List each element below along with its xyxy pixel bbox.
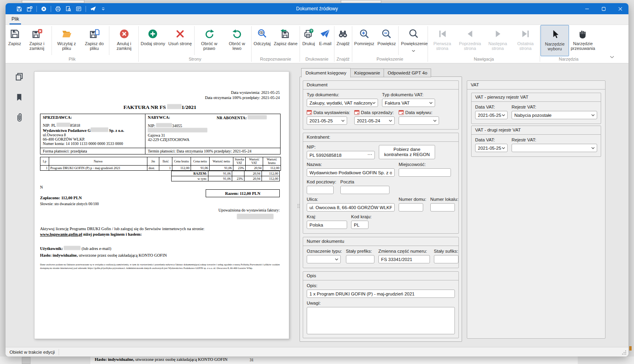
invoice-date-issued: Data wystawienia: 2021-05-25 bbox=[40, 90, 280, 95]
ocr-read-icon bbox=[257, 27, 267, 40]
ribbon-button-obroc-w-prawo[interactable]: Obróć w prawo bbox=[195, 25, 223, 56]
zmienna-czesc-input[interactable] bbox=[378, 255, 430, 263]
col-cena-brutto: Cena brutto bbox=[172, 157, 191, 166]
ulica-input[interactable] bbox=[307, 203, 395, 212]
ribbon-button-powieksz[interactable]: Powiększ bbox=[376, 25, 397, 56]
pages-icon[interactable] bbox=[14, 71, 24, 82]
data-wystawienia-select[interactable]: 2021-05-25 bbox=[307, 116, 347, 125]
tab-plik[interactable]: Plik bbox=[10, 15, 21, 25]
bookmark-icon[interactable] bbox=[14, 92, 24, 102]
print-icon[interactable] bbox=[55, 6, 61, 12]
ribbon-button-usun-strone[interactable]: Usuń stronę bbox=[167, 25, 193, 56]
ribbon-button-powiekszenie[interactable]: Powiększenie bbox=[399, 25, 427, 56]
tab-ksiegowanie[interactable]: Księgowanie bbox=[351, 69, 384, 77]
paperclip-icon[interactable] bbox=[14, 112, 24, 123]
data-sprzedazy-select[interactable]: 2021-05-24 bbox=[354, 116, 395, 125]
numer-domu-input[interactable] bbox=[399, 203, 423, 212]
nip-input[interactable] bbox=[307, 151, 375, 159]
ribbon-button-email[interactable]: E-mail bbox=[317, 25, 334, 56]
vat-first-rejestr-select[interactable]: Nabycia pozostałe bbox=[512, 111, 597, 119]
ulica-label: Ulica: bbox=[307, 197, 395, 202]
opis-input[interactable] bbox=[307, 290, 455, 298]
ribbon-button-zapisz-dane[interactable]: Zapisz dane bbox=[272, 25, 299, 56]
ribbon-button-zapisz-do-pliku[interactable]: Zapisz do pliku bbox=[80, 25, 108, 56]
save-close-icon[interactable] bbox=[26, 6, 33, 12]
ribbon-button-pierwsza-strona[interactable]: Pierwsza strona bbox=[428, 25, 456, 56]
regon-fetch-button[interactable]: Pobierz dane kontrahenta z REGON bbox=[379, 145, 435, 159]
col-wartosc-netto: Wartość netto bbox=[210, 157, 233, 166]
poczta-input[interactable] bbox=[340, 186, 390, 194]
invoice-dates: Data wystawienia: 2021-05-25 Data otrzym… bbox=[40, 90, 280, 100]
ribbon-group-plik: Zapisz Zapisz i zamknij Wczytaj z pliku … bbox=[6, 25, 138, 63]
send-email-icon[interactable] bbox=[90, 6, 96, 12]
ribbon-button-label: Narzędzie przesuwania bbox=[571, 41, 595, 51]
cell-jm: dost. bbox=[147, 166, 159, 171]
ribbon-button-nastepna-strona[interactable]: Następna strona bbox=[484, 25, 512, 56]
ribbon-button-odczytaj[interactable]: Odczytaj bbox=[252, 25, 272, 56]
ribbon-button-anuluj-i-zamknij[interactable]: Anuluj i zamknij bbox=[110, 25, 138, 56]
totals-razem-row: RAZEM: 91,06 20,94 112,00 bbox=[40, 171, 280, 176]
redaction-box bbox=[248, 115, 267, 119]
activation-url: www.logowanie.gofin.pl bbox=[40, 232, 82, 236]
cancel-icon[interactable] bbox=[40, 6, 47, 12]
close-button[interactable] bbox=[612, 3, 628, 14]
invoice-parties-table: SPRZEDAWCA: NIP: PL 85818 Wydawnictwo Po… bbox=[40, 114, 281, 154]
wtym-stawka: 23% bbox=[232, 176, 244, 181]
ribbon-button-label: Pierwsza strona bbox=[430, 41, 454, 51]
activation-line2: www.logowanie.gofin.pl niżej podanym log… bbox=[40, 232, 280, 237]
maximize-button[interactable] bbox=[595, 3, 612, 14]
background-window-bottom: Hasło: indywidualne, utworzone przez oso… bbox=[0, 356, 634, 364]
first-page-icon bbox=[437, 27, 448, 40]
customize-toolbar-chevron-icon[interactable] bbox=[100, 6, 107, 12]
kod-kraju-input[interactable] bbox=[351, 221, 369, 229]
ribbon-button-dodaj-strony[interactable]: Dodaj strony bbox=[139, 25, 167, 56]
numer-lokalu-input[interactable] bbox=[430, 203, 455, 212]
tab-odpowiedz-gpt[interactable]: Odpowiedź GPT 4o bbox=[384, 69, 431, 77]
pdf-export-icon[interactable] bbox=[75, 6, 82, 12]
ribbon-group-separator bbox=[540, 26, 540, 62]
kod-pocztowy-input[interactable] bbox=[307, 186, 334, 194]
nip-more-button[interactable]: ⋯ bbox=[367, 152, 372, 157]
document-page[interactable]: Data wystawienia: 2021-05-25 Data otrzym… bbox=[34, 71, 289, 339]
data-wplywu-select[interactable] bbox=[399, 116, 439, 125]
ribbon-button-ostatnia-strona[interactable]: Ostatnia strona bbox=[512, 25, 539, 56]
ribbon-button-zapisz[interactable]: Zapisz bbox=[6, 25, 23, 56]
kraj-input[interactable] bbox=[307, 221, 347, 229]
miejscowosc-input[interactable] bbox=[399, 168, 451, 177]
ribbon-button-zapisz-i-zamknij[interactable]: Zapisz i zamknij bbox=[23, 25, 51, 56]
typ-dokumentu-vat-select[interactable]: Faktura VAT bbox=[382, 99, 435, 107]
print-help-icon: ? bbox=[303, 27, 314, 40]
zoom-icon bbox=[408, 27, 419, 40]
chevron-down-icon bbox=[389, 120, 392, 122]
ribbon-button-pomniejsz[interactable]: Pomniejsz bbox=[353, 25, 376, 56]
uwagi-textarea[interactable] bbox=[307, 307, 455, 334]
ribbon-collapse-chevron-icon[interactable] bbox=[610, 53, 614, 60]
chevron-down-icon bbox=[591, 147, 595, 149]
tab-dokument-ksiegowy[interactable]: Dokument księgowy bbox=[301, 68, 351, 78]
staly-sufiks-input[interactable] bbox=[434, 255, 458, 263]
oznaczenie-typu-select[interactable] bbox=[307, 255, 341, 263]
toolbar-separator bbox=[86, 6, 86, 12]
ribbon-group-separator bbox=[251, 26, 252, 62]
vat-first-data-select[interactable]: 2021-05-25 bbox=[475, 111, 508, 119]
ribbon-button-obroc-w-lewo[interactable]: Obróć w lewo bbox=[223, 25, 251, 56]
staly-prefiks-input[interactable] bbox=[346, 255, 374, 263]
vat-second-data-select[interactable]: 2021-05-25 bbox=[475, 144, 508, 152]
user-suffix: (lub adres e-mail) bbox=[82, 246, 111, 251]
password-line: Hasło: indywidualne, utworzone przez oso… bbox=[40, 253, 280, 257]
ribbon-button-znajdz[interactable]: Znajdź bbox=[335, 25, 351, 56]
save-icon[interactable] bbox=[16, 6, 23, 12]
resize-grip[interactable] bbox=[621, 349, 626, 354]
redaction-box bbox=[167, 104, 181, 109]
nazwa-input[interactable] bbox=[307, 168, 395, 177]
vat-second-rejestr-select[interactable] bbox=[512, 144, 597, 152]
typ-dokumentu-select[interactable]: Zakupy, wydatki, VAT naliczony bbox=[307, 99, 378, 107]
ribbon-button-poprzednia-strona[interactable]: Poprzednia strona bbox=[456, 25, 484, 56]
ribbon-group-label: Rozpoznawanie bbox=[252, 56, 299, 63]
ribbon-button-wczytaj-z-pliku[interactable]: Wczytaj z pliku bbox=[53, 25, 80, 56]
ribbon-button-drukuj[interactable]: ? Drukuj bbox=[300, 25, 317, 56]
ribbon-button-narzedzie-przesuwania[interactable]: Narzędzie przesuwania bbox=[569, 25, 597, 56]
minimize-button[interactable] bbox=[579, 3, 595, 14]
print-preview-icon[interactable] bbox=[65, 6, 72, 12]
ribbon-button-narzedzie-wyboru[interactable]: Narzędzie wyboru bbox=[540, 25, 569, 56]
